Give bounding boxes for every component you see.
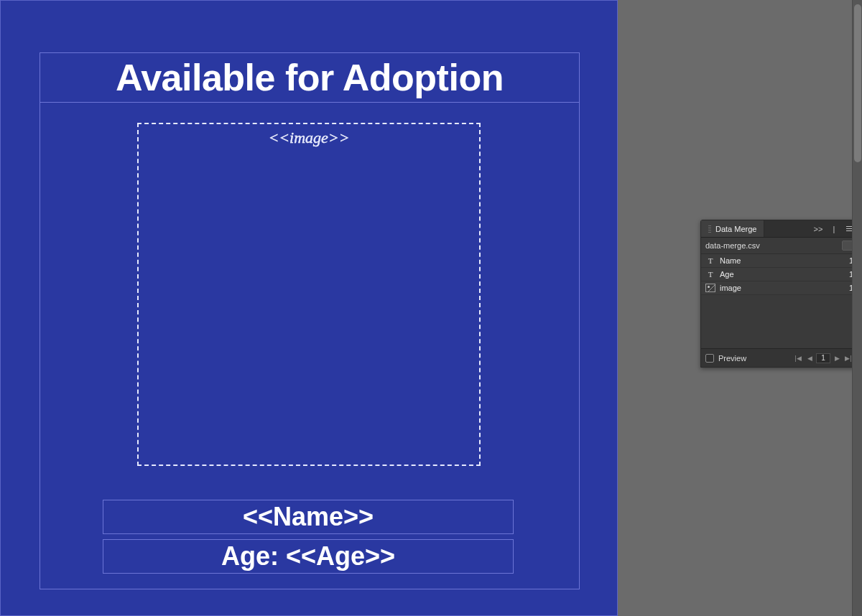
panel-tab-label: Data Merge: [715, 225, 756, 233]
panel-divider: |: [826, 220, 842, 237]
text-field-icon: T: [705, 256, 715, 265]
data-source-filename: data-merge.csv: [705, 241, 842, 250]
next-record-button[interactable]: ▶: [832, 353, 842, 363]
data-merge-panel[interactable]: Data Merge >> | data-merge.csv T Name 1 …: [700, 220, 858, 368]
merge-field-row[interactable]: T Name 1: [701, 254, 858, 268]
title-text: Available for Adoption: [116, 56, 504, 99]
data-source-bar: data-merge.csv: [701, 238, 858, 254]
chevron-right-icon: >>: [814, 225, 823, 233]
panel-tab-data-merge[interactable]: Data Merge: [701, 220, 764, 237]
merge-field-label: Age: [720, 270, 846, 279]
preview-label: Preview: [718, 354, 793, 363]
image-field-icon: [705, 284, 715, 292]
page[interactable]: Available for Adoption <<image>> <<Name>…: [0, 0, 618, 616]
merge-field-label: image: [720, 284, 846, 292]
image-placeholder-frame[interactable]: <<image>>: [137, 123, 481, 466]
name-text-frame[interactable]: <<Name>>: [103, 500, 514, 534]
panel-footer: Preview |◀ ◀ 1 ▶ ▶|: [701, 348, 858, 367]
merge-field-row[interactable]: image 1: [701, 281, 858, 295]
vertical-scrollbar[interactable]: [852, 0, 862, 616]
merge-field-row[interactable]: T Age 1: [701, 268, 858, 281]
record-pager: |◀ ◀ 1 ▶ ▶|: [793, 353, 853, 363]
document-canvas[interactable]: Available for Adoption <<image>> <<Name>…: [0, 0, 618, 616]
pasteboard-area: Data Merge >> | data-merge.csv T Name 1 …: [618, 0, 862, 616]
first-record-button[interactable]: |◀: [793, 353, 803, 363]
text-field-icon: T: [705, 270, 715, 279]
age-merge-text: Age: <<Age>>: [221, 541, 395, 571]
merge-fields-list: T Name 1 T Age 1 image 1: [701, 254, 858, 295]
scrollbar-thumb[interactable]: [854, 4, 861, 162]
panel-tabbar: Data Merge >> |: [701, 220, 858, 238]
name-merge-text: <<Name>>: [243, 502, 374, 532]
merge-field-label: Name: [720, 256, 846, 265]
age-text-frame[interactable]: Age: <<Age>>: [103, 539, 514, 574]
preview-checkbox[interactable]: [705, 354, 714, 363]
image-placeholder-label: <<image>>: [268, 129, 349, 147]
panel-grip-icon: [708, 225, 711, 233]
prev-record-button[interactable]: ◀: [805, 353, 815, 363]
panel-empty-area: [701, 295, 858, 348]
panel-collapse-button[interactable]: >>: [810, 220, 826, 237]
title-text-frame[interactable]: Available for Adoption: [40, 52, 580, 103]
record-number-field[interactable]: 1: [816, 353, 830, 363]
